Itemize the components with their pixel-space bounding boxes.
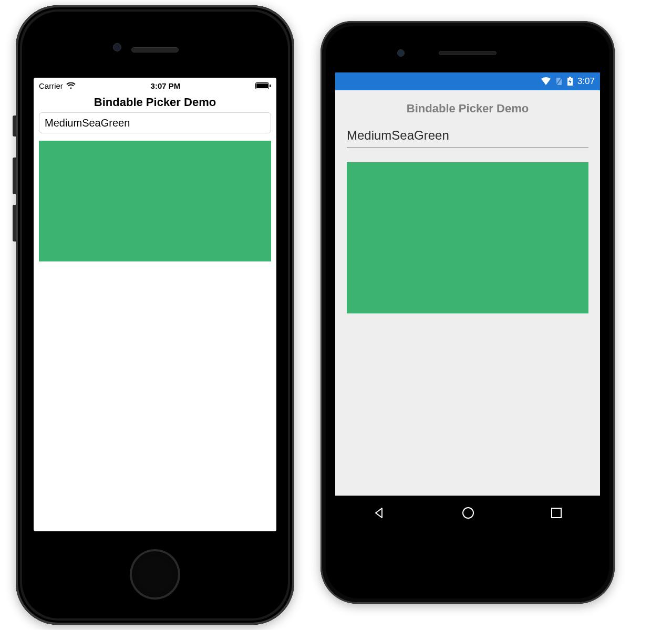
- svg-rect-5: [569, 77, 571, 78]
- iphone-earpiece: [131, 47, 179, 52]
- ios-carrier-label: Carrier: [39, 81, 63, 90]
- recents-icon[interactable]: [550, 507, 563, 519]
- android-color-swatch: [347, 162, 588, 313]
- ios-color-swatch: [39, 141, 271, 261]
- back-icon[interactable]: [373, 506, 386, 520]
- iphone-front-camera: [113, 43, 121, 51]
- ios-status-bar: Carrier 3:07 PM: [34, 78, 276, 93]
- ios-page-title: Bindable Picker Demo: [34, 93, 276, 112]
- android-earpiece: [439, 51, 497, 55]
- ios-clock: 3:07 PM: [151, 81, 181, 90]
- ios-color-picker[interactable]: MediumSeaGreen: [39, 112, 271, 133]
- wifi-icon: [66, 82, 76, 89]
- android-page-title: Bindable Picker Demo: [335, 90, 600, 126]
- wifi-icon: [541, 77, 551, 86]
- android-screen: 3:07 Bindable Picker Demo MediumSeaGreen: [335, 72, 600, 530]
- svg-rect-8: [552, 508, 561, 518]
- ios-picker-value: MediumSeaGreen: [45, 117, 130, 129]
- android-nav-bar: [335, 496, 600, 530]
- iphone-volume-up: [13, 158, 16, 194]
- android-front-camera: [397, 49, 405, 57]
- no-sim-icon: [555, 77, 563, 86]
- battery-charging-icon: [567, 77, 573, 86]
- android-picker-value: MediumSeaGreen: [347, 128, 449, 142]
- android-clock: 3:07: [577, 76, 595, 87]
- iphone-device-frame: Carrier 3:07 PM Bindable Picker Demo Me: [16, 5, 294, 625]
- iphone-volume-down: [13, 205, 16, 242]
- iphone-home-button[interactable]: [130, 549, 180, 600]
- iphone-screen: Carrier 3:07 PM Bindable Picker Demo Me: [34, 78, 276, 531]
- android-color-picker[interactable]: MediumSeaGreen: [347, 126, 588, 148]
- svg-rect-1: [256, 83, 268, 88]
- svg-point-7: [463, 508, 473, 518]
- battery-icon: [255, 82, 271, 89]
- android-device-frame: 3:07 Bindable Picker Demo MediumSeaGreen: [321, 21, 615, 604]
- iphone-mute-switch: [13, 116, 16, 136]
- home-icon[interactable]: [461, 506, 475, 520]
- svg-rect-2: [270, 85, 271, 87]
- android-status-bar: 3:07: [335, 72, 600, 90]
